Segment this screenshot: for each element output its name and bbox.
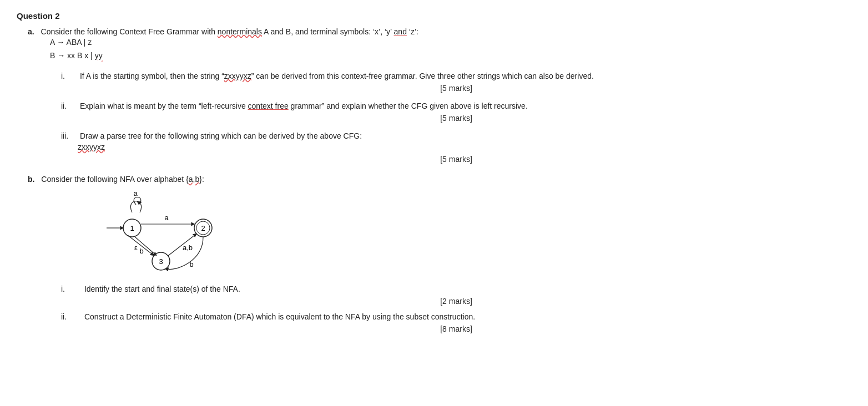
question-title: Question 2 (17, 11, 851, 21)
svg-text:1: 1 (130, 224, 134, 232)
sub-iii-label: iii. (61, 131, 78, 140)
sub-iii-marks: [5 marks] (61, 155, 851, 164)
svg-text:b: b (139, 247, 143, 255)
sub-i-label: i. (61, 72, 78, 80)
svg-text:b: b (189, 260, 193, 268)
sub-ii-text: Explain what is meant by the term “left-… (80, 101, 848, 110)
svg-line-16 (135, 237, 155, 255)
sub-iii-string: zxxyyxz (78, 143, 105, 151)
grammar-rule1: A → ABA | z (50, 36, 851, 49)
sub-i-marks: [5 marks] (61, 84, 851, 93)
part-b-text: Consider the following NFA over alphabet… (41, 175, 204, 184)
sub-ii-label: ii. (61, 101, 78, 110)
sub-ii-marks: [5 marks] (61, 114, 851, 123)
svg-text:ε: ε (134, 243, 138, 252)
svg-text:2: 2 (201, 224, 205, 232)
sub-question-i: i. If A is the starting symbol, then the… (61, 72, 851, 93)
sub-b-ii-marks: [8 marks] (61, 324, 851, 333)
svg-text:a: a (133, 189, 138, 197)
sub-question-ii: ii. Explain what is meant by the term “l… (61, 101, 851, 123)
part-a-label: a. (28, 27, 34, 36)
sub-iii-text: Draw a parse tree for the following stri… (80, 131, 848, 140)
part-a-text: Consider the following Context Free Gram… (41, 27, 418, 36)
svg-text:3: 3 (159, 257, 163, 266)
svg-text:a,b: a,b (183, 243, 193, 252)
nfa-diagram: a 1 a 2 ε 3 a,b b (94, 189, 239, 278)
sub-b-ii: ii. Construct a Deterministic Finite Aut… (61, 312, 851, 333)
part-b-label: b. (28, 175, 34, 184)
sub-b-i-marks: [2 marks] (61, 297, 851, 306)
sub-question-iii: iii. Draw a parse tree for the following… (61, 131, 851, 164)
sub-b-i: i. Identify the start and final state(s)… (61, 285, 851, 306)
svg-text:a: a (164, 214, 169, 222)
sub-b-i-label: i. (61, 285, 78, 293)
grammar-rule2: B → xx B x | yy (50, 49, 851, 63)
sub-b-ii-text: Construct a Deterministic Finite Automat… (84, 312, 475, 321)
sub-b-ii-label: ii. (61, 312, 78, 321)
sub-i-text: If A is the starting symbol, then the st… (80, 72, 848, 80)
sub-b-i-text: Identify the start and final state(s) of… (84, 285, 240, 293)
